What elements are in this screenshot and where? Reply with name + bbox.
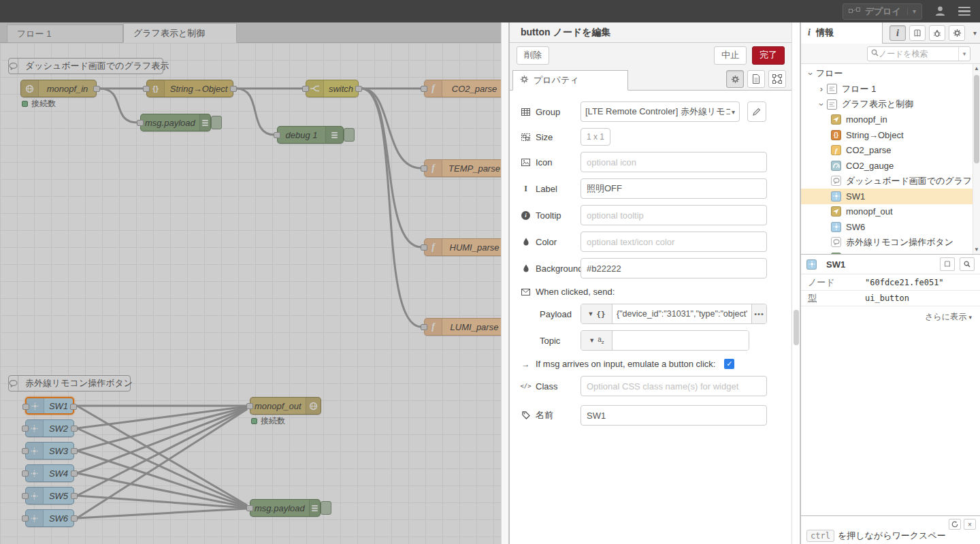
tag-icon bbox=[521, 411, 531, 419]
find-node-button[interactable] bbox=[960, 257, 975, 271]
sidebar-help-button[interactable] bbox=[909, 25, 926, 41]
scroll-up-arrow[interactable]: ▲ bbox=[973, 65, 980, 71]
when-clicked-heading: When clicked, send: bbox=[521, 287, 781, 297]
size-field-label: Size bbox=[521, 132, 581, 142]
sidebar-info-button[interactable]: i bbox=[889, 25, 906, 41]
code-icon: </> bbox=[521, 383, 531, 389]
prop-key: ノード bbox=[801, 274, 865, 290]
tree-item[interactable]: msg.payload bbox=[801, 250, 980, 254]
tree-scrollbar[interactable]: ▲ ▼ bbox=[973, 64, 980, 254]
close-tips-button[interactable]: × bbox=[964, 519, 976, 530]
payload-value-input[interactable] bbox=[612, 304, 751, 323]
detail-empty-area bbox=[801, 327, 980, 515]
tree-item[interactable]: monopf_in bbox=[801, 112, 980, 128]
topic-type-button[interactable]: ▼az bbox=[581, 331, 612, 350]
dialog-scrollbar[interactable] bbox=[791, 22, 800, 544]
sidebar-tab-bar: i情報 i ▾ bbox=[801, 22, 980, 44]
tab-properties[interactable]: プロパティ bbox=[512, 70, 628, 91]
node-search: ▾ bbox=[867, 46, 970, 61]
topic-value-input[interactable] bbox=[612, 331, 749, 350]
gauge-node-icon bbox=[831, 161, 841, 171]
deploy-icon bbox=[849, 6, 860, 17]
payload-type-button[interactable]: ▼{} bbox=[581, 304, 612, 323]
emulate-click-checkbox[interactable]: ✓ bbox=[724, 359, 734, 369]
image-icon bbox=[521, 159, 531, 166]
tree-item[interactable]: 赤外線リモコン操作ボタン bbox=[801, 235, 980, 251]
name-input[interactable] bbox=[581, 405, 767, 426]
tip-text: ctrlを押しながらワークスペー bbox=[806, 530, 975, 542]
topic-field-label: Topic bbox=[540, 336, 581, 346]
tree-item[interactable]: SW6 bbox=[801, 219, 980, 235]
class-input[interactable] bbox=[581, 376, 767, 396]
expand-payload-button[interactable]: ••• bbox=[751, 304, 766, 323]
icon-input[interactable] bbox=[581, 152, 767, 172]
show-more-link[interactable]: さらに表示 ▾ bbox=[801, 306, 980, 327]
search-input[interactable] bbox=[879, 49, 958, 59]
expand-chevron[interactable]: › bbox=[806, 68, 816, 79]
class-field-label: </>Class bbox=[521, 381, 581, 391]
main-menu-icon[interactable] bbox=[958, 7, 970, 16]
node-appearance-button[interactable] bbox=[768, 70, 786, 88]
tree-item[interactable]: {}String→Object bbox=[801, 127, 980, 143]
tree-item[interactable]: CO2_gauge bbox=[801, 158, 980, 174]
emulate-click-row: → If msg arrives on input, emulate a but… bbox=[521, 359, 781, 369]
info-sidebar: i情報 i ▾ ▾ ›フロー›フロー 1›グラフ表示と制御monopf_in{}… bbox=[800, 22, 980, 544]
search-filter-chevron[interactable]: ▾ bbox=[958, 47, 970, 61]
group-select[interactable]: [LTE Remote Controler] 赤外線リモコン▾ bbox=[581, 101, 740, 122]
tree-item[interactable]: ›フロー 1 bbox=[801, 82, 980, 97]
sidebar-debug-bug-button[interactable] bbox=[929, 25, 945, 41]
subflow-icon bbox=[827, 84, 837, 94]
label-input[interactable] bbox=[581, 178, 767, 199]
button-node-icon bbox=[806, 259, 817, 270]
scroll-down-arrow[interactable]: ▼ bbox=[973, 246, 980, 253]
object-group-icon bbox=[521, 133, 531, 141]
scrollbar-thumb[interactable] bbox=[794, 310, 799, 345]
next-tip-button[interactable] bbox=[949, 519, 961, 530]
tree-item[interactable]: ›フロー bbox=[801, 66, 980, 82]
info-i-icon: i bbox=[808, 27, 811, 38]
dialog-title: button ノードを編集 bbox=[510, 22, 791, 43]
canvas-scrollbar[interactable] bbox=[501, 22, 509, 544]
cancel-button[interactable]: 中止 bbox=[714, 46, 747, 65]
tree-item[interactable]: monopf_out bbox=[801, 204, 980, 220]
comment-node-icon bbox=[831, 176, 841, 186]
edit-group-button[interactable] bbox=[747, 101, 766, 122]
open-help-button[interactable] bbox=[940, 257, 955, 271]
chevron-down-icon: ▼ bbox=[589, 337, 595, 344]
scrollbar-thumb[interactable] bbox=[974, 75, 979, 163]
comment-node-icon bbox=[831, 237, 841, 247]
group-field-label: Group bbox=[521, 107, 581, 117]
dialog-tab-bar: プロパティ bbox=[510, 67, 791, 91]
tooltip-input[interactable] bbox=[581, 205, 767, 225]
table-row: ノード "60fdce21.fe051" bbox=[801, 274, 980, 290]
deploy-button[interactable]: デプロイ ▾ bbox=[843, 3, 922, 20]
node-description-button[interactable] bbox=[747, 70, 765, 88]
expand-chevron[interactable]: › bbox=[817, 99, 827, 110]
expand-chevron[interactable]: › bbox=[816, 84, 827, 94]
deploy-options-chevron[interactable]: ▾ bbox=[907, 7, 916, 15]
sidebar-config-gear-button[interactable] bbox=[949, 25, 965, 41]
delete-button[interactable]: 削除 bbox=[517, 46, 549, 65]
detail-node-name: SW1 bbox=[826, 259, 935, 270]
sidebar-search-bar: ▾ bbox=[801, 44, 980, 64]
node-settings-button[interactable] bbox=[726, 70, 744, 88]
workspace: フロー 1 グラフ表示と制御 bbox=[0, 22, 501, 544]
done-button[interactable]: 完了 bbox=[752, 46, 785, 65]
tab-info[interactable]: i情報 bbox=[801, 22, 883, 44]
tree-item[interactable]: ダッシュボード画面でのグラフ bbox=[801, 174, 980, 189]
arrow-right-icon: → bbox=[521, 359, 531, 369]
sidebar-menu-chevron[interactable]: ▾ bbox=[973, 29, 977, 37]
user-icon[interactable] bbox=[934, 5, 946, 17]
tree-item[interactable]: fCO2_parse bbox=[801, 143, 980, 159]
table-row: 型 ui_button bbox=[801, 290, 980, 306]
table-icon bbox=[521, 108, 531, 116]
background-input[interactable] bbox=[581, 258, 767, 278]
size-button[interactable]: 1 x 1 bbox=[581, 128, 610, 146]
tooltip-field-label: iTooltip bbox=[521, 210, 581, 221]
tree-item[interactable]: ›グラフ表示と制御 bbox=[801, 97, 980, 112]
monopf-node-icon bbox=[831, 206, 841, 217]
tree-item[interactable]: SW1 bbox=[801, 189, 980, 204]
tips-panel: × ctrlを押しながらワークスペー bbox=[801, 515, 980, 544]
label-field-label: ILabel bbox=[521, 184, 581, 194]
color-input[interactable] bbox=[581, 231, 767, 252]
